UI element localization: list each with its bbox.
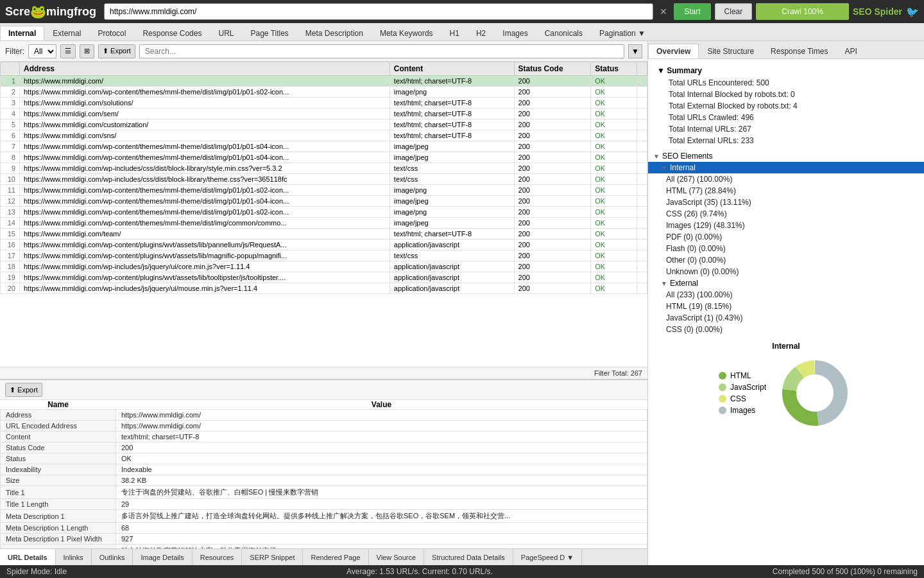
table-row[interactable]: 12 https://www.mmldigi.com/wp-content/th… (1, 196, 647, 207)
tab-images[interactable]: Images (494, 26, 536, 40)
table-row[interactable]: 4 https://www.mmldigi.com/sem/ text/html… (1, 109, 647, 119)
list-view-button[interactable]: ☰ (60, 44, 76, 58)
internal-all[interactable]: All (267) (100.00%) (648, 173, 924, 185)
tab-url[interactable]: URL (210, 26, 242, 40)
col-status-code[interactable]: Status Code (514, 62, 591, 76)
tab-meta-keywords[interactable]: Meta Keywords (372, 26, 441, 40)
internal-css[interactable]: CSS (26) (9.74%) (648, 208, 924, 220)
url-clear-button[interactable]: ✕ (657, 6, 670, 17)
detail-export-button[interactable]: ⬆ Export (5, 383, 42, 397)
legend-label-css: CSS (730, 394, 746, 403)
right-tab-overview[interactable]: Overview (648, 44, 699, 58)
table-row[interactable]: 18 https://www.mmldigi.com/wp-includes/j… (1, 261, 647, 272)
table-row[interactable]: 2 https://www.mmldigi.com/wp-content/the… (1, 87, 647, 98)
bottom-tab-view-source[interactable]: View Source (369, 549, 425, 566)
right-tab-site-structure[interactable]: Site Structure (699, 44, 762, 58)
table-row[interactable]: 9 https://www.mmldigi.com/wp-includes/cs… (1, 163, 647, 174)
search-dropdown-button[interactable]: ▼ (628, 44, 642, 58)
col-address[interactable]: Address (20, 62, 390, 76)
row-num: 12 (1, 196, 20, 207)
row-address: https://www.mmldigi.com/sns/ (20, 130, 390, 141)
bottom-tab-outlinks[interactable]: Outlinks (92, 549, 133, 566)
col-status[interactable]: Status (591, 62, 637, 76)
detail-value: 68 (116, 523, 647, 534)
tab-response-codes[interactable]: Response Codes (134, 26, 210, 40)
row-address: https://www.mmldigi.com/wp-includes/js/j… (20, 261, 390, 272)
external-css[interactable]: CSS (0) (0.00%) (648, 324, 924, 335)
table-row[interactable]: 6 https://www.mmldigi.com/sns/ text/html… (1, 130, 647, 141)
url-input[interactable] (104, 3, 653, 20)
internal-other[interactable]: Other (0) (0.00%) (648, 254, 924, 266)
start-button[interactable]: Start (674, 3, 710, 20)
table-row[interactable]: 1 https://www.mmldigi.com/ text/html; ch… (1, 76, 647, 87)
seo-elements-title[interactable]: ▼ SEO Elements (648, 150, 924, 162)
crawl-button[interactable]: Crawl 100% (756, 3, 849, 20)
bottom-tab-rendered-page[interactable]: Rendered Page (303, 549, 368, 566)
tab-internal[interactable]: Internal (0, 26, 44, 40)
bottom-tab-pagespeed[interactable]: PageSpeed D ▼ (513, 549, 582, 566)
table-row[interactable]: 19 https://www.mmldigi.com/wp-content/pl… (1, 272, 647, 283)
row-content: text/html; charset=UTF-8 (389, 130, 514, 141)
table-row[interactable]: 10 https://www.mmldigi.com/wp-includes/c… (1, 174, 647, 185)
detail-col-name: Name (1, 400, 116, 410)
detail-value: https://www.mmldigi.com/ (116, 410, 647, 421)
search-input[interactable] (139, 44, 624, 58)
bottom-tab-resources[interactable]: Resources (193, 549, 243, 566)
internal-images[interactable]: Images (129) (48.31%) (648, 220, 924, 231)
internal-group[interactable]: ▼ Internal (648, 162, 924, 173)
table-row[interactable]: 8 https://www.mmldigi.com/wp-content/the… (1, 152, 647, 163)
right-tab-api[interactable]: API (836, 44, 865, 58)
bottom-tab-inlinks[interactable]: Inlinks (56, 549, 92, 566)
table-row[interactable]: 5 https://www.mmldigi.com/customization/… (1, 119, 647, 130)
external-label: External (670, 279, 919, 288)
tab-page-titles[interactable]: Page Titles (242, 26, 296, 40)
table-row[interactable]: 17 https://www.mmldigi.com/wp-content/pl… (1, 250, 647, 261)
internal-js[interactable]: JavaScript (35) (13.11%) (648, 197, 924, 208)
internal-html[interactable]: HTML (77) (28.84%) (648, 185, 924, 197)
row-num: 17 (1, 250, 20, 261)
internal-unknown[interactable]: Unknown (0) (0.00%) (648, 266, 924, 277)
tab-h2[interactable]: H2 (468, 26, 494, 40)
internal-flash[interactable]: Flash (0) (0.00%) (648, 243, 924, 254)
table-row[interactable]: 13 https://www.mmldigi.com/wp-content/th… (1, 207, 647, 218)
table-row[interactable]: 3 https://www.mmldigi.com/solutions/ tex… (1, 98, 647, 109)
external-group[interactable]: ▼ External (648, 277, 924, 289)
table-row[interactable]: 14 https://www.mmldigi.com/wp-content/th… (1, 218, 647, 229)
row-address: https://www.mmldigi.com/wp-content/theme… (20, 218, 390, 229)
detail-table-container: Name Value Address https://www.mmldigi.c… (0, 400, 647, 548)
row-status-code: 200 (514, 272, 591, 283)
tab-h1[interactable]: H1 (441, 26, 468, 40)
export-button[interactable]: ⬆ Export (98, 44, 135, 58)
col-content[interactable]: Content (389, 62, 514, 76)
external-js[interactable]: JavaScript (1) (0.43%) (648, 312, 924, 324)
legend-dot-html (719, 372, 726, 380)
tab-canonicals[interactable]: Canonicals (536, 26, 591, 40)
summary-title[interactable]: ▼ Summary (653, 64, 919, 77)
internal-pdf[interactable]: PDF (0) (0.00%) (648, 231, 924, 243)
tab-pagination[interactable]: Pagination ▼ (591, 26, 654, 40)
detail-value: Indexable (116, 464, 647, 475)
right-tab-response-times[interactable]: Response Times (762, 44, 836, 58)
table-row[interactable]: 15 https://www.mmldigi.com/team/ text/ht… (1, 229, 647, 240)
tab-external[interactable]: External (44, 26, 89, 40)
table-row[interactable]: 11 https://www.mmldigi.com/wp-content/th… (1, 185, 647, 196)
grid-view-button[interactable]: ⊞ (80, 44, 94, 58)
detail-row: Meta Description 1 Length 68 (1, 523, 647, 534)
external-html[interactable]: HTML (19) (8.15%) (648, 301, 924, 312)
row-num: 5 (1, 119, 20, 130)
tab-meta-description[interactable]: Meta Description (297, 26, 372, 40)
row-status-code: 200 (514, 250, 591, 261)
table-row[interactable]: 7 https://www.mmldigi.com/wp-content/the… (1, 141, 647, 152)
donut-chart (776, 355, 853, 432)
filter-select[interactable]: All (28, 44, 56, 58)
tab-protocol[interactable]: Protocol (89, 26, 134, 40)
clear-button[interactable]: Clear (715, 3, 753, 20)
bottom-tab-structured-data[interactable]: Structured Data Details (424, 549, 513, 566)
bottom-tab-url-details[interactable]: URL Details (0, 549, 56, 566)
row-extra (637, 229, 647, 240)
table-row[interactable]: 20 https://www.mmldigi.com/wp-includes/j… (1, 283, 647, 294)
bottom-tab-serp-snippet[interactable]: SERP Snippet (242, 549, 303, 566)
bottom-tab-image-details[interactable]: Image Details (133, 549, 192, 566)
external-all[interactable]: All (233) (100.00%) (648, 289, 924, 301)
table-row[interactable]: 16 https://www.mmldigi.com/wp-content/pl… (1, 240, 647, 250)
